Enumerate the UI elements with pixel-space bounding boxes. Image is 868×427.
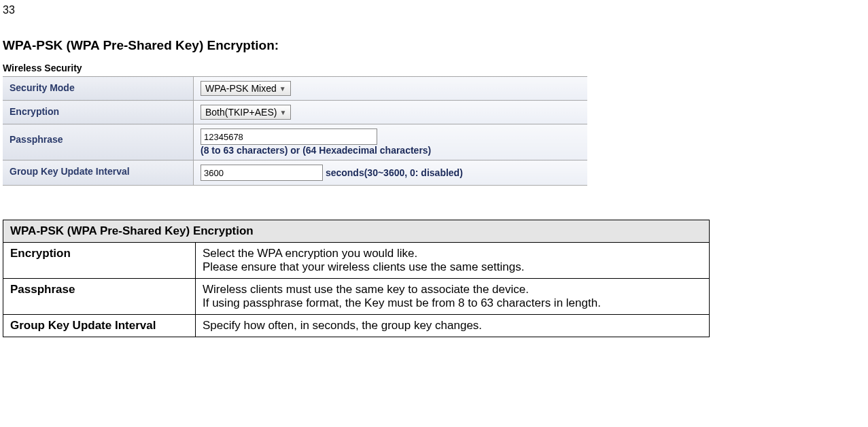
passphrase-hint: (8 to 63 characters) or (64 Hexadecimal … [201, 145, 431, 156]
desc-text-group-key: Specify how often, in seconds, the group… [196, 315, 710, 337]
desc-row-encryption: Encryption Select the WPA encryption you… [3, 243, 710, 279]
dropdown-caret-icon: ▼ [277, 85, 289, 92]
row-passphrase: Passphrase (8 to 63 characters) or (64 H… [3, 124, 587, 160]
desc-row-passphrase: Passphrase Wireless clients must use the… [3, 279, 710, 315]
group-key-input[interactable] [201, 165, 323, 181]
desc-text-passphrase: Wireless clients must use the same key t… [196, 279, 710, 315]
description-table: WPA-PSK (WPA Pre-Shared Key) Encryption … [3, 220, 710, 337]
desc-text-encryption: Select the WPA encryption you would like… [196, 243, 710, 279]
label-security-mode: Security Mode [3, 77, 194, 101]
desc-header: WPA-PSK (WPA Pre-Shared Key) Encryption [3, 220, 710, 243]
row-encryption: Encryption Both(TKIP+AES) ▼ [3, 101, 587, 124]
encryption-select[interactable]: Both(TKIP+AES) ▼ [201, 105, 291, 120]
desc-label-group-key: Group Key Update Interval [3, 315, 196, 337]
row-security-mode: Security Mode WPA-PSK Mixed ▼ [3, 77, 587, 101]
group-key-hint: seconds(30~3600, 0: disabled) [326, 167, 463, 178]
panel-title: Wireless Security [3, 63, 587, 76]
dropdown-caret-icon: ▼ [277, 109, 289, 116]
security-mode-value: WPA-PSK Mixed [205, 83, 277, 94]
section-heading: WPA-PSK (WPA Pre-Shared Key) Encryption: [0, 26, 868, 63]
desc-label-encryption: Encryption [3, 243, 196, 279]
security-mode-select[interactable]: WPA-PSK Mixed ▼ [201, 81, 291, 96]
desc-label-passphrase: Passphrase [3, 279, 196, 315]
desc-row-group-key: Group Key Update Interval Specify how of… [3, 315, 710, 337]
page-number: 33 [0, 0, 868, 26]
wireless-security-panel: Wireless Security Security Mode WPA-PSK … [3, 63, 587, 186]
label-passphrase: Passphrase [3, 124, 194, 160]
row-group-key: Group Key Update Interval seconds(30~360… [3, 160, 587, 186]
config-table: Security Mode WPA-PSK Mixed ▼ Encryption… [3, 76, 587, 186]
passphrase-input[interactable] [201, 129, 377, 145]
label-encryption: Encryption [3, 101, 194, 124]
label-group-key: Group Key Update Interval [3, 160, 194, 186]
encryption-value: Both(TKIP+AES) [205, 107, 277, 118]
